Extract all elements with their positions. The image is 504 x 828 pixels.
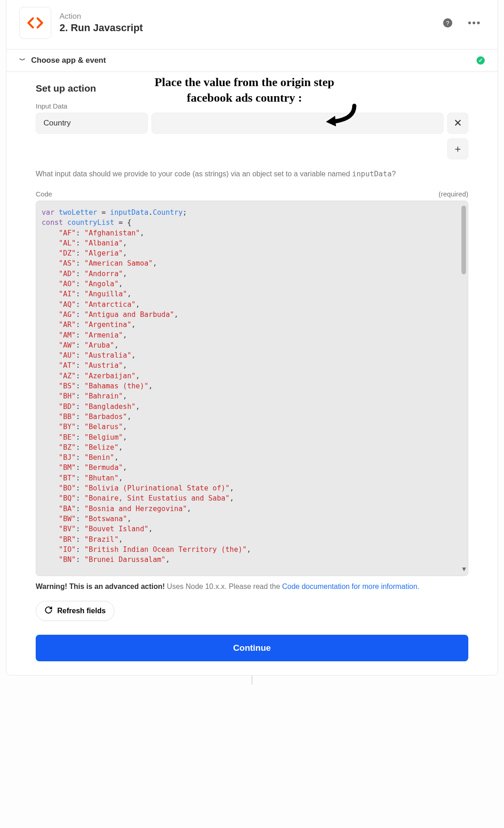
choose-app-event-label: Choose app & event (31, 56, 106, 65)
code-required-label: (required) (439, 190, 468, 198)
scroll-down-icon[interactable]: ▼ (462, 564, 466, 574)
chevron-down-icon: ﹀ (19, 56, 26, 65)
input-data-key[interactable]: Country (36, 113, 148, 134)
remove-row-button[interactable]: ✕ (447, 113, 468, 134)
refresh-icon (44, 606, 53, 616)
code-label: Code (36, 190, 52, 198)
code-docs-link[interactable]: Code documentation for more information (282, 583, 417, 590)
input-data-hint: What input data should we provide to you… (36, 169, 468, 178)
more-icon[interactable]: ••• (468, 17, 481, 29)
app-code-icon (19, 7, 51, 39)
handwritten-arrow-icon (322, 101, 359, 129)
refresh-fields-button[interactable]: Refresh fields (36, 601, 114, 621)
warning-text: Warning! This is an advanced action! Use… (36, 583, 468, 591)
add-row-button[interactable]: ＋ (447, 138, 468, 159)
action-subtitle: Action (60, 12, 143, 21)
scrollbar-thumb-icon[interactable] (461, 206, 466, 274)
handwritten-annotation: Place the value from the origin step fac… (144, 75, 345, 106)
input-data-value[interactable] (152, 113, 444, 134)
close-icon: ✕ (454, 117, 462, 129)
choose-app-event-row[interactable]: ﹀ Choose app & event ✓ (6, 49, 498, 72)
action-title: 2. Run Javascript (60, 22, 143, 34)
help-icon[interactable]: ? (443, 18, 452, 27)
check-icon: ✓ (477, 56, 485, 65)
continue-button[interactable]: Continue (36, 635, 468, 661)
code-editor[interactable]: var twoLetter = inputData.Country; const… (36, 201, 468, 576)
plus-icon: ＋ (453, 142, 463, 156)
connector-outgoing-icon (252, 675, 252, 685)
action-card: Action 2. Run Javascript ? ••• ﹀ Choose … (6, 0, 498, 675)
